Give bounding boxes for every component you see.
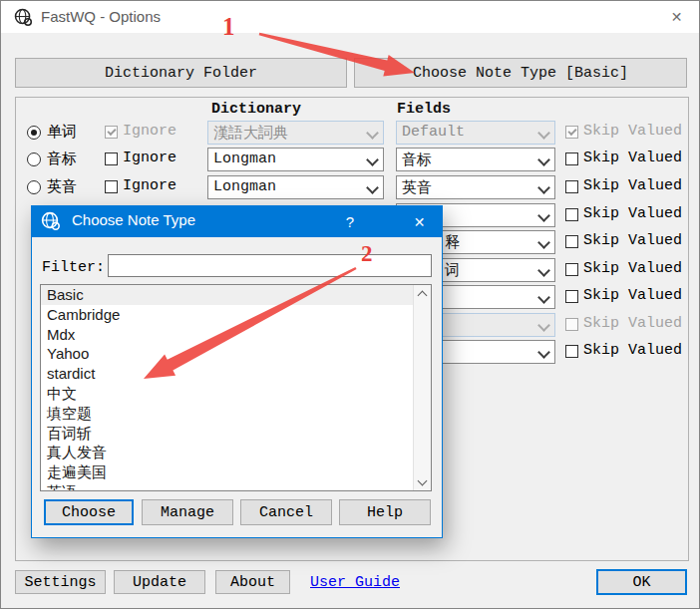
uk-sound-radio[interactable] — [27, 180, 41, 194]
list-item[interactable]: 中文 — [41, 384, 431, 404]
skip-valued-label: Skip Valued — [583, 123, 682, 140]
choose-button[interactable]: Choose — [44, 499, 134, 525]
table-row: 音标 Ignore Longman 音标 Skip Valued — [1, 146, 700, 173]
field-combobox[interactable]: 音标 — [396, 148, 555, 171]
list-item[interactable]: 填空题 — [41, 404, 431, 424]
chevron-down-icon — [537, 153, 550, 166]
list-item[interactable]: 真人发音 — [41, 443, 431, 462]
filter-label: Filter: — [42, 259, 105, 276]
row-label: 音标 — [47, 150, 77, 168]
skip-valued-label: Skip Valued — [583, 177, 682, 194]
chevron-down-icon — [537, 291, 550, 304]
skip-valued-label: Skip Valued — [583, 205, 682, 222]
chevron-down-icon — [537, 264, 550, 277]
cancel-button[interactable]: Cancel — [240, 499, 332, 525]
skip-valued-checkbox[interactable] — [565, 208, 578, 221]
list-scrollbar[interactable] — [413, 285, 431, 490]
ignore-label: Ignore — [123, 150, 176, 166]
list-item[interactable]: 英语 — [41, 482, 431, 491]
list-item[interactable]: Yahoo — [41, 344, 431, 364]
list-item[interactable]: Basic — [41, 285, 431, 305]
fastwq-globe-icon — [14, 8, 33, 27]
skip-valued-checkbox[interactable] — [565, 345, 578, 358]
about-button[interactable]: About — [215, 570, 290, 594]
chevron-down-icon — [537, 236, 550, 249]
dictionary-folder-button[interactable]: Dictionary Folder — [15, 58, 347, 88]
skip-valued-checkbox[interactable] — [565, 152, 578, 165]
phonetic-radio[interactable] — [27, 152, 41, 166]
dialog-help-icon[interactable]: ? — [333, 206, 367, 237]
field-combobox[interactable]: Default — [396, 121, 555, 145]
word-radio[interactable] — [27, 126, 41, 140]
skip-valued-checkbox[interactable] — [565, 235, 578, 248]
window-titlebar: FastWQ - Options ✕ — [1, 1, 699, 33]
skip-valued-label: Skip Valued — [583, 342, 682, 359]
chevron-down-icon — [366, 181, 379, 194]
list-item[interactable]: stardict — [41, 364, 431, 384]
table-row: 单词 Ignore 漢語大詞典 Default Skip Valued — [1, 119, 700, 147]
settings-button[interactable]: Settings — [15, 570, 106, 594]
scroll-up-icon[interactable] — [414, 285, 431, 302]
dictionary-column-header: Dictionary — [211, 101, 301, 118]
scroll-down-icon[interactable] — [414, 473, 431, 490]
fields-column-header: Fields — [397, 101, 451, 118]
manage-button[interactable]: Manage — [142, 499, 233, 525]
chevron-down-icon — [537, 209, 550, 222]
ignore-label: Ignore — [123, 123, 176, 140]
field-combobox[interactable]: 英音 — [396, 175, 555, 199]
list-item[interactable]: 走遍美国 — [41, 462, 431, 482]
dictionary-combobox[interactable]: Longman — [207, 175, 384, 199]
skip-valued-checkbox[interactable] — [565, 318, 578, 331]
skip-valued-label: Skip Valued — [583, 232, 682, 249]
fastwq-globe-icon — [41, 211, 61, 231]
window-title: FastWQ - Options — [41, 8, 161, 25]
user-guide-link[interactable]: User Guide — [310, 574, 400, 591]
dialog-titlebar: Choose Note Type ? ✕ — [32, 206, 442, 237]
skip-valued-label: Skip Valued — [583, 260, 682, 277]
options-window: FastWQ - Options ✕ Dictionary Folder Cho… — [0, 0, 700, 609]
skip-valued-checkbox[interactable] — [565, 180, 578, 193]
chevron-down-icon — [537, 319, 550, 332]
choose-note-type-button[interactable]: Choose Note Type [Basic] — [354, 58, 687, 88]
skip-valued-label: Skip Valued — [583, 150, 682, 166]
skip-valued-checkbox[interactable] — [565, 290, 578, 303]
list-item[interactable]: Cambridge — [41, 305, 431, 325]
skip-valued-checkbox[interactable] — [565, 263, 578, 276]
dialog-close-icon[interactable]: ✕ — [397, 206, 442, 237]
help-button[interactable]: Help — [339, 499, 431, 525]
list-item[interactable]: Mdx — [41, 325, 431, 345]
row-label: 单词 — [47, 123, 77, 142]
chevron-down-icon — [537, 181, 550, 194]
ignore-label: Ignore — [123, 177, 176, 194]
dictionary-combobox[interactable]: 漢語大詞典 — [207, 121, 384, 145]
ok-button[interactable]: OK — [596, 569, 687, 595]
table-row: 英音 Ignore Longman 英音 Skip Valued — [1, 173, 700, 201]
list-item[interactable]: 百词斩 — [41, 424, 431, 444]
skip-valued-checkbox[interactable] — [565, 126, 578, 139]
choose-note-type-dialog: Choose Note Type ? ✕ Filter: Basic Cambr… — [31, 205, 443, 538]
dictionary-combobox[interactable]: Longman — [207, 148, 384, 171]
chevron-down-icon — [537, 127, 550, 140]
ignore-checkbox[interactable] — [105, 180, 118, 193]
ignore-checkbox[interactable] — [105, 152, 118, 165]
skip-valued-label: Skip Valued — [583, 315, 682, 332]
dialog-title: Choose Note Type — [72, 211, 195, 228]
chevron-down-icon — [366, 127, 379, 140]
chevron-down-icon — [537, 346, 550, 359]
filter-input[interactable] — [108, 254, 432, 277]
window-close-icon[interactable]: ✕ — [654, 1, 699, 33]
note-type-list: Basic Cambridge Mdx Yahoo stardict 中文 填空… — [40, 284, 432, 491]
ignore-checkbox[interactable] — [105, 126, 118, 139]
skip-valued-label: Skip Valued — [583, 287, 682, 304]
chevron-down-icon — [366, 153, 379, 166]
row-label: 英音 — [47, 177, 77, 196]
update-button[interactable]: Update — [114, 570, 205, 594]
